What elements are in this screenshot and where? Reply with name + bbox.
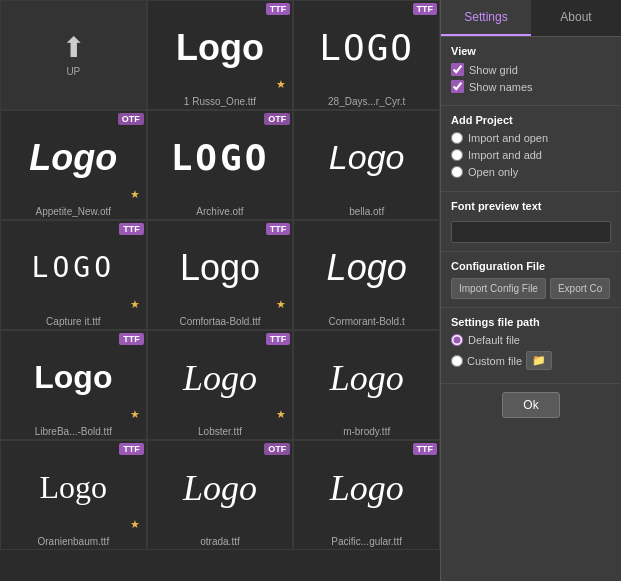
default-file-label: Default file: [468, 334, 520, 346]
font-cell-lobster[interactable]: TTF Logo Lobster.ttf ★: [147, 330, 294, 440]
font-cell-libre[interactable]: TTF Logo LibreBa...-Bold.ttf ★: [0, 330, 147, 440]
import-config-btn[interactable]: Import Config File: [451, 278, 546, 299]
open-only-radio[interactable]: [451, 166, 463, 178]
font-cell-comfortaa[interactable]: TTF Logo Comfortaa-Bold.ttf ★: [147, 220, 294, 330]
up-arrow-icon: ⬆: [62, 31, 85, 64]
font-name: Appetite_New.otf: [32, 204, 116, 219]
font-preview-section: Font preview text: [441, 192, 621, 252]
ttf-badge: TTF: [266, 333, 291, 345]
font-cell-oranienbaum[interactable]: TTF Logo Oranienbaum.ttf ★: [0, 440, 147, 550]
font-cell-cormorant[interactable]: Logo Cormorant-Bold.t: [293, 220, 440, 330]
font-preview-title: Font preview text: [451, 200, 611, 212]
font-preview: Logo: [178, 441, 262, 534]
font-preview: Logo: [325, 441, 409, 534]
browse-folder-btn[interactable]: 📁: [526, 351, 552, 370]
tab-bar: Settings About: [441, 0, 621, 37]
ttf-badge: TTF: [266, 3, 291, 15]
import-add-radio[interactable]: [451, 149, 463, 161]
font-name: LibreBa...-Bold.ttf: [31, 424, 116, 439]
font-cell-otrada[interactable]: OTF Logo otrada.ttf: [147, 440, 294, 550]
font-preview: Logo: [24, 111, 122, 204]
otf-badge: OTF: [264, 113, 290, 125]
font-name: Cormorant-Bold.t: [325, 314, 409, 329]
config-section: Configuration File Import Config File Ex…: [441, 252, 621, 308]
up-label: UP: [62, 64, 84, 79]
export-config-btn[interactable]: Export Co: [550, 278, 610, 299]
font-preview: Logo: [175, 221, 265, 314]
font-preview: Logo: [325, 331, 409, 424]
settings-panel: Settings About View Show grid Show names…: [440, 0, 621, 581]
font-name: Pacific...gular.ttf: [327, 534, 406, 549]
ttf-badge: TTF: [119, 223, 144, 235]
show-names-row: Show names: [451, 80, 611, 93]
tab-about[interactable]: About: [531, 0, 621, 36]
font-cell-archive[interactable]: OTF LOGO Archive.otf: [147, 110, 294, 220]
font-preview: LOGO: [314, 1, 419, 94]
view-section: View Show grid Show names: [441, 37, 621, 106]
show-grid-label: Show grid: [469, 64, 518, 76]
import-open-label: Import and open: [468, 132, 548, 144]
font-name: Oranienbaum.ttf: [33, 534, 113, 549]
show-grid-checkbox[interactable]: [451, 63, 464, 76]
font-cell-pacific[interactable]: TTF Logo Pacific...gular.ttf: [293, 440, 440, 550]
font-name: 28_Days...r_Cyr.t: [324, 94, 409, 109]
config-title: Configuration File: [451, 260, 611, 272]
import-open-radio[interactable]: [451, 132, 463, 144]
font-preview: Logo: [29, 331, 117, 424]
ttf-badge: TTF: [413, 3, 438, 15]
ttf-badge: TTF: [413, 443, 438, 455]
config-btn-row: Import Config File Export Co: [451, 278, 611, 299]
show-grid-row: Show grid: [451, 63, 611, 76]
font-name: Archive.otf: [192, 204, 247, 219]
file-path-title: Settings file path: [451, 316, 611, 328]
font-preview: LOGO: [27, 221, 120, 314]
tab-settings[interactable]: Settings: [441, 0, 531, 36]
font-name: otrada.ttf: [196, 534, 243, 549]
font-name: bella.otf: [345, 204, 388, 219]
font-preview: Logo: [322, 221, 412, 314]
star-icon: ★: [130, 408, 140, 421]
import-add-row: Import and add: [451, 149, 611, 161]
star-icon: ★: [130, 298, 140, 311]
font-preview: LOGO: [166, 111, 275, 204]
up-button[interactable]: ⬆ UP: [0, 0, 147, 110]
font-name: 1 Russo_One.ttf: [180, 94, 260, 109]
font-cell-capture[interactable]: TTF LOGO Capture it.ttf ★: [0, 220, 147, 330]
font-cell-mbrody[interactable]: Logo m-brody.ttf: [293, 330, 440, 440]
import-add-label: Import and add: [468, 149, 542, 161]
custom-file-row: Custom file 📁: [451, 351, 611, 370]
otf-badge: OTF: [264, 443, 290, 455]
open-only-row: Open only: [451, 166, 611, 178]
star-icon: ★: [130, 188, 140, 201]
font-preview-input[interactable]: [451, 221, 611, 243]
star-icon: ★: [130, 518, 140, 531]
font-grid: ⬆ UP TTF Logo 1 Russo_One.ttf ★ TTF LOGO…: [0, 0, 440, 581]
font-cell-appetite[interactable]: OTF Logo Appetite_New.otf ★: [0, 110, 147, 220]
font-name: Lobster.ttf: [194, 424, 246, 439]
ok-button[interactable]: Ok: [502, 392, 559, 418]
font-name: Capture it.ttf: [42, 314, 104, 329]
add-project-title: Add Project: [451, 114, 611, 126]
open-only-label: Open only: [468, 166, 518, 178]
ttf-badge: TTF: [119, 443, 144, 455]
settings-file-path-section: Settings file path Default file Custom f…: [441, 308, 621, 384]
star-icon: ★: [276, 298, 286, 311]
font-preview: Logo: [178, 331, 262, 424]
import-open-row: Import and open: [451, 132, 611, 144]
show-names-checkbox[interactable]: [451, 80, 464, 93]
font-name: Comfortaa-Bold.ttf: [175, 314, 264, 329]
custom-file-radio[interactable]: [451, 355, 463, 367]
font-cell-russo[interactable]: TTF Logo 1 Russo_One.ttf ★: [147, 0, 294, 110]
font-name: m-brody.ttf: [339, 424, 394, 439]
add-project-section: Add Project Import and open Import and a…: [441, 106, 621, 192]
font-cell-bella[interactable]: Logo bella.otf: [293, 110, 440, 220]
ttf-badge: TTF: [119, 333, 144, 345]
show-names-label: Show names: [469, 81, 533, 93]
otf-badge: OTF: [118, 113, 144, 125]
default-file-radio[interactable]: [451, 334, 463, 346]
font-preview: Logo: [171, 1, 269, 94]
custom-file-label: Custom file: [467, 355, 522, 367]
font-cell-28days[interactable]: TTF LOGO 28_Days...r_Cyr.t: [293, 0, 440, 110]
font-preview: Logo: [35, 441, 113, 534]
ttf-badge: TTF: [266, 223, 291, 235]
